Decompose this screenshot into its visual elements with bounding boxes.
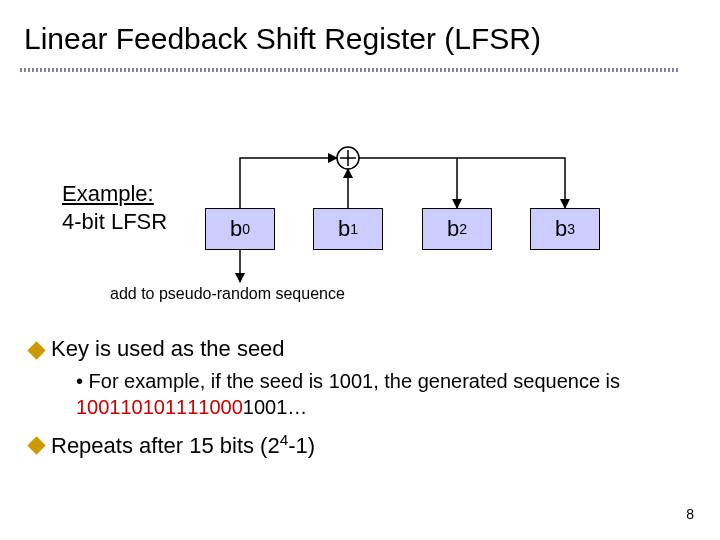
bit-cell-b3: b3 <box>530 208 600 250</box>
output-caption: add to pseudo-random sequence <box>110 285 345 303</box>
body-text: Key is used as the seed For example, if … <box>30 335 700 465</box>
page-number: 8 <box>686 506 694 522</box>
sub-bullet-example: For example, if the seed is 1001, the ge… <box>76 368 700 420</box>
example-word: Example: <box>62 181 154 206</box>
example-sub: 4-bit LFSR <box>62 209 167 234</box>
bullet-repeats: Repeats after 15 bits (24-1) <box>51 430 315 461</box>
bit-cell-b1: b1 <box>313 208 383 250</box>
title-divider <box>20 68 680 72</box>
example-label: Example: 4-bit LFSR <box>62 180 167 235</box>
bullet-icon <box>27 341 45 359</box>
bit-cell-b2: b2 <box>422 208 492 250</box>
slide-title: Linear Feedback Shift Register (LFSR) <box>24 22 541 56</box>
bullet-icon <box>27 436 45 454</box>
xor-icon <box>337 147 359 169</box>
bullet-key-seed: Key is used as the seed <box>51 335 285 364</box>
bit-cell-b0: b0 <box>205 208 275 250</box>
